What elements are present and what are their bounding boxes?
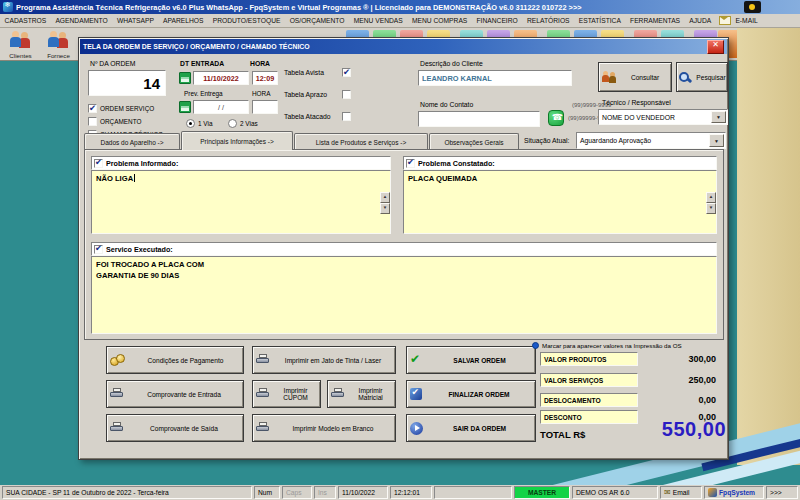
problema-informado-checkbox[interactable] <box>94 159 103 168</box>
toolbar-fornecedores-button[interactable]: Fornece <box>40 29 77 59</box>
menu-email[interactable]: E-MAIL <box>731 17 762 24</box>
status-brand[interactable]: FpqSystem <box>704 486 764 499</box>
problema-informado-header: Problema Informado: <box>91 156 391 170</box>
status-spacer <box>434 486 512 499</box>
orcamento-checkbox[interactable] <box>88 117 97 126</box>
menu-financeiro[interactable]: FINANCEIRO <box>472 17 522 24</box>
condicoes-pagamento-button[interactable]: Condições de Pagamento <box>106 346 244 374</box>
menu-aparelhos[interactable]: APARELHOS <box>159 17 209 24</box>
ordem-servico-checkbox[interactable] <box>88 104 97 113</box>
scroll-up-icon[interactable]: ▲ <box>706 192 716 203</box>
problema-constatado-checkbox[interactable] <box>406 159 415 168</box>
status-caps: Caps <box>282 486 312 499</box>
dt-entrada-field[interactable]: 11/10/2022 <box>193 71 249 85</box>
order-number-label: Nº DA ORDEM <box>90 60 136 67</box>
servico-executado-checkbox[interactable] <box>94 245 103 254</box>
tabela-aprazo-checkbox[interactable] <box>342 90 351 99</box>
sair-ordem-label: SAIR DA ORDEM <box>427 425 532 432</box>
prev-entrega-field[interactable]: / / <box>193 100 249 114</box>
via1-radio[interactable] <box>186 119 195 128</box>
menu-cadastros[interactable]: CADASTROS <box>0 17 51 24</box>
imprimir-jato-button[interactable]: Imprimir em Jato de Tinta / Laser <box>252 346 396 374</box>
consultar-icon <box>602 71 618 84</box>
menu-whatsapp[interactable]: WHATSAPP <box>112 17 158 24</box>
valores-print-radio[interactable] <box>532 342 539 349</box>
dialog-close-icon[interactable] <box>707 40 724 54</box>
status-bar: SUA CIDADE - SP 11 de Outubro de 2022 - … <box>0 485 800 500</box>
tabela-atacado-checkbox[interactable] <box>342 112 351 121</box>
tray-icon[interactable] <box>744 1 761 13</box>
menu-agendamento[interactable]: AGENDAMENTO <box>51 17 112 24</box>
status-brand-label: FpqSystem <box>719 489 755 496</box>
textarea-scrollbar[interactable]: ▲▼ <box>706 192 716 214</box>
tab-dados-aparelho[interactable]: Dados do Aparelho -> <box>84 133 180 150</box>
problema-informado-text: NÃO LIGA <box>96 174 133 183</box>
consultar-button[interactable]: Consultar <box>598 62 672 92</box>
scroll-down-icon[interactable]: ▼ <box>380 203 390 214</box>
situacao-dropdown[interactable]: Aguardando Aprovação ▼ <box>576 132 726 149</box>
cliente-input[interactable]: LEANDRO KARNAL <box>418 70 572 86</box>
menu-menu-compras[interactable]: MENU COMPRAS <box>407 17 472 24</box>
tecnico-value: NOME DO VENDEDOR <box>602 114 675 121</box>
calendar-icon[interactable] <box>179 101 191 113</box>
prev-hora-label: HORA <box>252 90 270 97</box>
menu-relatorios[interactable]: RELATÓRIOS <box>522 17 574 24</box>
menu-bar: CADASTROS AGENDAMENTO WHATSAPP APARELHOS… <box>0 14 800 28</box>
tab-label: Principais Informações -> <box>200 138 274 145</box>
status-location: SUA CIDADE - SP 11 de Outubro de 2022 - … <box>2 486 252 499</box>
menu-estatistica[interactable]: ESTATÍSTICA <box>574 17 625 24</box>
tabela-avista-checkbox[interactable] <box>342 68 351 77</box>
sair-ordem-button[interactable]: SAIR DA ORDEM <box>406 414 536 442</box>
status-email[interactable]: ✉Email <box>660 486 702 499</box>
status-ins: Ins <box>314 486 336 499</box>
toolbar-clientes-button[interactable]: Clientes <box>2 29 39 59</box>
dialog-titlebar[interactable]: TELA DA ORDEM DE SERVIÇO / ORÇAMENTO / C… <box>80 39 727 54</box>
tab-observacoes[interactable]: Observações Gerais <box>429 133 519 150</box>
status-more[interactable]: >>> <box>766 486 798 499</box>
window-titlebar: Programa Assistência Técnica Refrigeraçã… <box>0 0 800 14</box>
calendar-icon[interactable] <box>179 72 191 84</box>
deslocamento-value: 0,00 <box>636 395 716 405</box>
comprovante-entrada-button[interactable]: Comprovante de Entrada <box>106 380 244 408</box>
chevron-down-icon[interactable]: ▼ <box>709 134 724 147</box>
via2-radio[interactable] <box>228 119 237 128</box>
hora-entrada-field[interactable]: 12:09 <box>252 71 278 85</box>
comprovante-saida-button[interactable]: Comprovante de Saída <box>106 414 244 442</box>
menu-menu-vendas[interactable]: MENU VENDAS <box>349 17 407 24</box>
whatsapp-icon[interactable] <box>548 110 564 126</box>
finalizar-ordem-label: FINALIZAR ORDEM <box>426 391 532 398</box>
scroll-down-icon[interactable]: ▼ <box>706 203 716 214</box>
total-label: TOTAL R$ <box>540 429 585 440</box>
finalizar-ordem-button[interactable]: FINALIZAR ORDEM <box>406 380 536 408</box>
consultar-label: Consultar <box>622 74 668 81</box>
deslocamento-text: DESLOCAMENTO <box>544 397 601 404</box>
problema-constatado-textarea[interactable]: PLACA QUEIMADA <box>403 170 717 234</box>
printer-icon <box>110 388 124 400</box>
chevron-down-icon[interactable]: ▼ <box>711 111 726 123</box>
menu-os-orcamento[interactable]: OS/ORÇAMENTO <box>285 17 349 24</box>
menu-produto-estoque[interactable]: PRODUTO/ESTOQUE <box>208 17 285 24</box>
problema-informado-label: Problema Informado: <box>106 159 178 168</box>
imprimir-modelo-branco-button[interactable]: Imprimir Modelo em Branco <box>252 414 396 442</box>
scroll-up-icon[interactable]: ▲ <box>380 192 390 203</box>
pesquisar-button[interactable]: Pesquisar <box>676 62 728 92</box>
desktop: Programa Assistência Técnica Refrigeraçã… <box>0 0 800 500</box>
imprimir-matricial-button[interactable]: Imprimir Matricial <box>327 380 396 408</box>
hora-entrada-value: 12:09 <box>256 74 274 83</box>
menu-ferramentas[interactable]: FERRAMENTAS <box>625 17 684 24</box>
imprimir-modelo-branco-label: Imprimir Modelo em Branco <box>274 425 392 432</box>
tab-lista-produtos[interactable]: Lista de Produtos e Serviços -> <box>294 133 428 150</box>
situacao-label: Situação Atual: <box>524 137 569 144</box>
tab-principais-informacoes[interactable]: Principais Informações -> <box>181 131 293 150</box>
contato-input[interactable] <box>418 111 540 127</box>
imprimir-cupom-button[interactable]: Imprimir CUPOM <box>252 380 321 408</box>
service-order-dialog: TELA DA ORDEM DE SERVIÇO / ORÇAMENTO / C… <box>78 37 729 460</box>
problema-informado-textarea[interactable]: NÃO LIGA <box>91 170 391 234</box>
tecnico-dropdown[interactable]: NOME DO VENDEDOR ▼ <box>598 109 728 125</box>
servico-executado-textarea[interactable]: FOI TROCADO A PLACA COM GARANTIA DE 90 D… <box>91 256 717 334</box>
menu-ajuda[interactable]: AJUDA <box>685 17 716 24</box>
textarea-scrollbar[interactable]: ▲▼ <box>380 192 390 214</box>
prev-hora-field[interactable] <box>252 100 278 114</box>
salvar-ordem-button[interactable]: SALVAR ORDEM <box>406 346 536 374</box>
order-number-field[interactable]: 14 <box>88 70 166 96</box>
